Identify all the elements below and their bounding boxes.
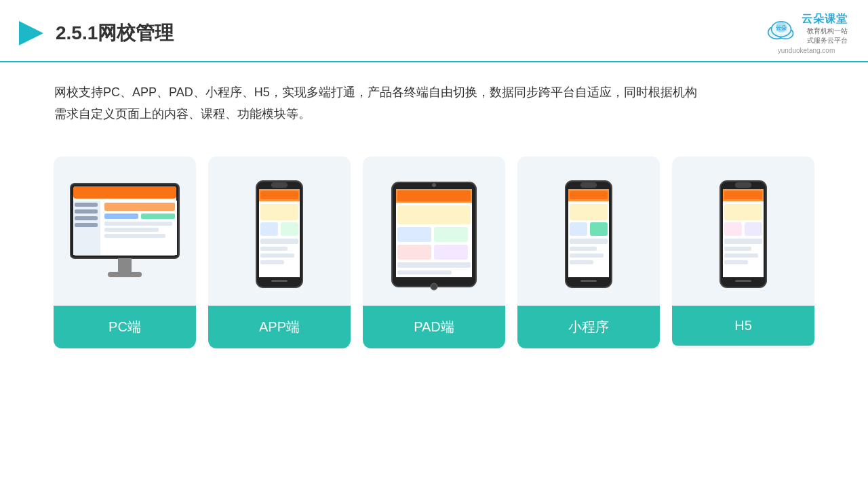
h5-image-area xyxy=(672,157,814,306)
brand-area: 云朵 云朵课堂 教育机构一站式服务云平台 yunduoketang.com xyxy=(765,12,848,54)
svg-rect-46 xyxy=(397,270,452,274)
svg-rect-42 xyxy=(434,227,468,242)
svg-rect-29 xyxy=(260,222,278,236)
svg-rect-58 xyxy=(570,247,597,251)
svg-rect-59 xyxy=(570,253,604,258)
svg-point-47 xyxy=(432,183,436,187)
svg-rect-17 xyxy=(75,203,98,207)
mini-label: 小程序 xyxy=(517,306,660,348)
svg-rect-18 xyxy=(75,209,98,214)
svg-rect-21 xyxy=(118,258,132,272)
svg-rect-44 xyxy=(434,245,468,260)
svg-rect-9 xyxy=(73,201,100,255)
svg-rect-14 xyxy=(104,222,172,226)
svg-rect-57 xyxy=(570,239,608,244)
svg-rect-56 xyxy=(590,222,608,236)
logo-icon xyxy=(14,17,46,49)
cloud-icon: 云朵 xyxy=(765,17,797,41)
card-app: APP端 xyxy=(208,157,351,348)
svg-rect-31 xyxy=(260,239,298,244)
card-pc: PC端 xyxy=(54,157,196,348)
app-label: APP端 xyxy=(208,306,351,348)
svg-rect-67 xyxy=(724,204,762,220)
device-cards: PC端 xyxy=(0,143,868,362)
svg-rect-32 xyxy=(260,247,288,251)
svg-rect-33 xyxy=(260,253,294,258)
pad-image-area xyxy=(363,157,505,306)
svg-rect-35 xyxy=(271,280,288,282)
header: 2.5.1网校管理 云朵 云朵课堂 教育机构一站式服务云平台 yunduoket… xyxy=(0,0,868,62)
svg-rect-64 xyxy=(735,182,751,188)
svg-rect-41 xyxy=(397,227,431,242)
brand-tagline: 教育机构一站式服务云平台 xyxy=(802,26,848,45)
svg-rect-51 xyxy=(580,182,597,188)
svg-rect-13 xyxy=(141,214,175,219)
svg-rect-69 xyxy=(745,222,762,236)
svg-rect-22 xyxy=(108,272,142,277)
svg-rect-45 xyxy=(397,262,471,268)
svg-rect-30 xyxy=(281,222,298,236)
app-image-area xyxy=(208,157,351,306)
pc-label: PC端 xyxy=(54,306,196,348)
page-title: 2.5.1网校管理 xyxy=(56,20,174,46)
svg-rect-39 xyxy=(397,190,471,201)
svg-rect-68 xyxy=(724,222,742,236)
svg-rect-11 xyxy=(104,203,175,211)
pc-image-area xyxy=(54,157,196,306)
svg-rect-55 xyxy=(570,222,587,236)
svg-rect-20 xyxy=(75,223,98,227)
header-left: 2.5.1网校管理 xyxy=(14,17,174,49)
svg-rect-60 xyxy=(570,260,593,264)
svg-rect-71 xyxy=(724,247,751,251)
app-phone-icon xyxy=(252,178,307,290)
svg-marker-0 xyxy=(19,21,43,45)
pad-label: PAD端 xyxy=(363,306,505,348)
svg-text:云朵: 云朵 xyxy=(776,24,787,30)
svg-rect-25 xyxy=(271,182,288,188)
svg-rect-34 xyxy=(260,260,284,264)
mini-phone-icon xyxy=(561,178,616,290)
svg-rect-73 xyxy=(724,260,748,264)
description-text: 网校支持PC、APP、PAD、小程序、H5，实现多端打通，产品各终端自由切换，数… xyxy=(0,62,868,136)
svg-rect-8 xyxy=(73,186,176,199)
svg-rect-28 xyxy=(260,204,298,220)
card-h5: H5 xyxy=(672,157,814,348)
h5-label: H5 xyxy=(672,306,814,346)
brand-logo: 云朵 云朵课堂 教育机构一站式服务云平台 xyxy=(765,12,848,45)
svg-rect-27 xyxy=(260,191,298,199)
h5-phone-icon xyxy=(716,178,770,290)
svg-rect-54 xyxy=(570,204,608,220)
brand-url: yunduoketang.com xyxy=(778,47,835,54)
svg-rect-40 xyxy=(397,205,471,224)
card-pad: PAD端 xyxy=(363,157,505,348)
pc-monitor-icon xyxy=(64,177,186,292)
svg-rect-66 xyxy=(724,191,762,199)
svg-rect-43 xyxy=(397,245,431,260)
svg-point-48 xyxy=(431,283,437,290)
svg-rect-70 xyxy=(724,239,762,244)
svg-rect-61 xyxy=(580,280,597,282)
svg-rect-15 xyxy=(104,228,159,232)
svg-rect-74 xyxy=(735,280,751,282)
card-mini: 小程序 xyxy=(517,157,660,348)
svg-rect-72 xyxy=(724,253,758,258)
mini-image-area xyxy=(517,157,660,306)
svg-rect-19 xyxy=(75,216,98,220)
pad-tablet-icon xyxy=(387,177,481,292)
svg-rect-16 xyxy=(104,234,165,238)
brand-name: 云朵课堂 xyxy=(802,12,848,26)
svg-rect-12 xyxy=(104,214,138,219)
svg-rect-53 xyxy=(570,191,608,199)
